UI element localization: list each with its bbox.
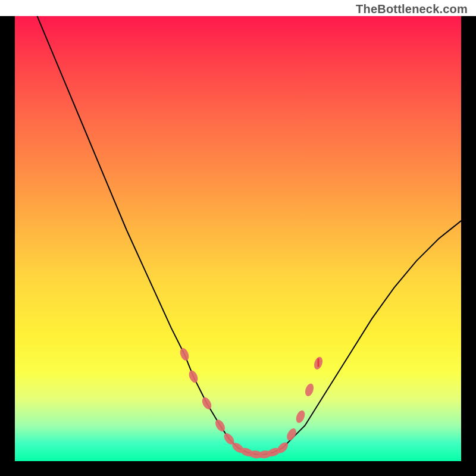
highlight-dot (295, 409, 306, 424)
highlight-dot (214, 418, 227, 433)
highlight-dot (303, 383, 315, 397)
highlight-dots (178, 347, 324, 459)
chart-frame (0, 16, 476, 476)
curve-layer (15, 16, 461, 461)
highlight-dot (201, 396, 214, 411)
highlight-dot (178, 347, 190, 362)
watermark-text: TheBottleneck.com (356, 2, 468, 16)
plot-area (15, 16, 461, 461)
highlight-dot (187, 369, 200, 384)
bottleneck-curve (37, 16, 462, 455)
chart-container: TheBottleneck.com (0, 0, 476, 476)
